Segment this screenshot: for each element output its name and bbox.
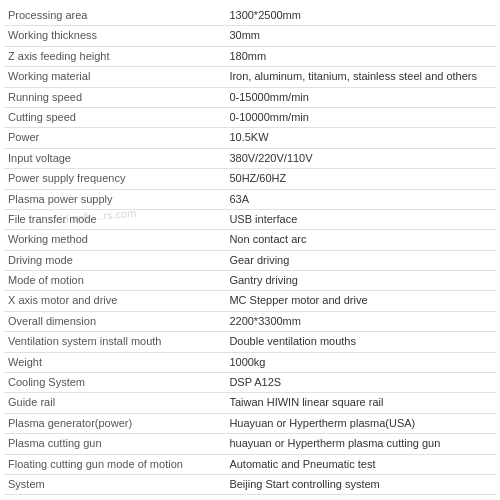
spec-value: Beijing Start Floating adjustable block (225, 495, 496, 500)
spec-label: X axis motor and drive (4, 291, 225, 311)
table-row: SystemBeijing Start controlling system (4, 474, 496, 494)
spec-value: Non contact arc (225, 230, 496, 250)
spec-label: Cutting speed (4, 107, 225, 127)
spec-label: Guide rail (4, 393, 225, 413)
table-row: Ventilation system install mouthDouble v… (4, 332, 496, 352)
spec-label: Input voltage (4, 148, 225, 168)
spec-label: Power (4, 128, 225, 148)
spec-value: 2200*3300mm (225, 311, 496, 331)
spec-label: Running speed (4, 87, 225, 107)
table-row: Input voltage380V/220V/110V (4, 148, 496, 168)
table-row: Working methodNon contact arc (4, 230, 496, 250)
spec-label: File transfer mode (4, 209, 225, 229)
spec-label: Plasma power supply (4, 189, 225, 209)
spec-label: Working material (4, 67, 225, 87)
spec-value: huayuan or Hypertherm plasma cutting gun (225, 434, 496, 454)
spec-value: 1000kg (225, 352, 496, 372)
spec-value: 0-15000mm/min (225, 87, 496, 107)
spec-label: Mode of motion (4, 271, 225, 291)
spec-value: 0-10000mm/min (225, 107, 496, 127)
spec-value: USB interface (225, 209, 496, 229)
table-row: Driving modeGear driving (4, 250, 496, 270)
spec-label: Overall dimension (4, 311, 225, 331)
spec-value: MC Stepper motor and drive (225, 291, 496, 311)
spec-value: Automatic and Pneumatic test (225, 454, 496, 474)
spec-value: 63A (225, 189, 496, 209)
table-row: Plasma generator(power)Huayuan or Hypert… (4, 413, 496, 433)
table-row: Running speed0-15000mm/min (4, 87, 496, 107)
table-row: Cooling SystemDSP A12S (4, 373, 496, 393)
spec-value: 10.5KW (225, 128, 496, 148)
spec-label: Plasma cutting gun (4, 434, 225, 454)
spec-value: Double ventilation mouths (225, 332, 496, 352)
spec-label: Floating cutting gun mode of motion (4, 454, 225, 474)
spec-label: Cooling System (4, 373, 225, 393)
spec-label: Power supply frequency (4, 169, 225, 189)
table-row: File transfer modeUSB interface (4, 209, 496, 229)
spec-value: 50HZ/60HZ (225, 169, 496, 189)
table-row: Z axis feeding height180mm (4, 46, 496, 66)
spec-label: Working method (4, 230, 225, 250)
spec-label: Working thickness (4, 26, 225, 46)
spec-value: Gantry driving (225, 271, 496, 291)
spec-value: 30mm (225, 26, 496, 46)
spec-value: DSP A12S (225, 373, 496, 393)
table-row: Power supply frequency50HZ/60HZ (4, 169, 496, 189)
table-row: Plasma cutting gunhuayuan or Hypertherm … (4, 434, 496, 454)
spec-label: Driving mode (4, 250, 225, 270)
table-row: Floating adjustable blockBeijing Start F… (4, 495, 496, 500)
table-row: Guide railTaiwan HIWIN linear square rai… (4, 393, 496, 413)
table-row: Working thickness30mm (4, 26, 496, 46)
spec-value: 380V/220V/110V (225, 148, 496, 168)
table-row: Weight1000kg (4, 352, 496, 372)
table-row: Cutting speed0-10000mm/min (4, 107, 496, 127)
spec-label: Ventilation system install mouth (4, 332, 225, 352)
spec-label: Z axis feeding height (4, 46, 225, 66)
table-row: Mode of motionGantry driving (4, 271, 496, 291)
spec-table-container: id.sell.....rs.com Processing area1300*2… (0, 0, 500, 500)
spec-label: Processing area (4, 6, 225, 26)
spec-value: 1300*2500mm (225, 6, 496, 26)
spec-table: Processing area1300*2500mmWorking thickn… (4, 6, 496, 500)
spec-value: Taiwan HIWIN linear square rail (225, 393, 496, 413)
spec-value: Iron, aluminum, titanium, stainless stee… (225, 67, 496, 87)
spec-label: Plasma generator(power) (4, 413, 225, 433)
table-row: Working materialIron, aluminum, titanium… (4, 67, 496, 87)
table-row: X axis motor and driveMC Stepper motor a… (4, 291, 496, 311)
spec-value: Gear driving (225, 250, 496, 270)
spec-value: Beijing Start controlling system (225, 474, 496, 494)
spec-value: 180mm (225, 46, 496, 66)
table-row: Overall dimension2200*3300mm (4, 311, 496, 331)
spec-value: Huayuan or Hypertherm plasma(USA) (225, 413, 496, 433)
table-row: Processing area1300*2500mm (4, 6, 496, 26)
spec-label: System (4, 474, 225, 494)
table-row: Power10.5KW (4, 128, 496, 148)
table-row: Floating cutting gun mode of motionAutom… (4, 454, 496, 474)
spec-label: Floating adjustable block (4, 495, 225, 500)
table-row: Plasma power supply63A (4, 189, 496, 209)
spec-label: Weight (4, 352, 225, 372)
